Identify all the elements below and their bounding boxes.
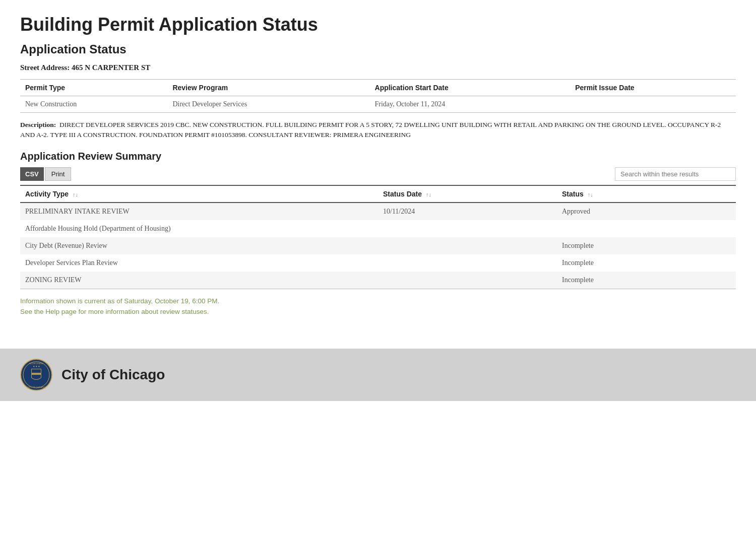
status-date-cell <box>378 272 557 289</box>
table-row: City Debt (Revenue) ReviewIncomplete <box>20 237 736 254</box>
street-address-value: 465 N CARPENTER ST <box>72 63 150 72</box>
help-page-link[interactable]: See the Help page for more information a… <box>20 308 209 315</box>
status-header[interactable]: Status ↑↓ <box>557 185 736 203</box>
activity-type-cell: PRELIMINARY INTAKE REVIEW <box>20 203 378 220</box>
table-row: Affordable Housing Hold (Department of H… <box>20 220 736 237</box>
info-lines: Information shown is current as of Satur… <box>20 297 736 315</box>
permit-type-cell: New Construction <box>20 96 167 113</box>
svg-rect-2 <box>32 373 41 375</box>
main-content: Building Permit Application Status Appli… <box>0 0 756 333</box>
status-sort-icon[interactable]: ↑↓ <box>588 191 593 197</box>
app-start-date-cell: Friday, October 11, 2024 <box>370 96 571 113</box>
toolbar-left: CSV Print <box>20 167 71 181</box>
status-date-cell: 10/11/2024 <box>378 203 557 220</box>
permit-info-table: Permit Type Review Program Application S… <box>20 79 736 113</box>
status-date-header[interactable]: Status Date ↑↓ <box>378 185 557 203</box>
search-input[interactable] <box>615 167 736 181</box>
description-label: Description: <box>20 121 56 128</box>
status-cell: Incomplete <box>557 237 736 254</box>
status-cell: Approved <box>557 203 736 220</box>
description-text: DIRECT DEVELOPER SERVICES 2019 CBC. NEW … <box>20 121 721 139</box>
svg-text:INCORPORATED: INCORPORATED <box>29 363 43 365</box>
permit-issue-date-cell <box>570 96 736 113</box>
activity-type-cell: City Debt (Revenue) Review <box>20 237 378 254</box>
app-start-date-header: Application Start Date <box>370 80 571 96</box>
activity-type-cell: ZONING REVIEW <box>20 272 378 289</box>
table-row: Developer Services Plan ReviewIncomplete <box>20 254 736 272</box>
review-summary-title: Application Review Summary <box>20 151 736 162</box>
section-title: Application Status <box>20 42 736 56</box>
description-block: Description: DIRECT DEVELOPER SERVICES 2… <box>20 120 736 141</box>
toolbar: CSV Print <box>20 167 736 181</box>
footer: ★ ★ ★ CITY OF CHICAGO INCORPORATED City … <box>0 349 756 401</box>
status-cell: Incomplete <box>557 254 736 272</box>
permit-issue-date-header: Permit Issue Date <box>570 80 736 96</box>
svg-text:★ ★ ★: ★ ★ ★ <box>33 365 41 368</box>
info-line-2: See the Help page for more information a… <box>20 308 736 315</box>
info-line-1: Information shown is current as of Satur… <box>20 297 736 305</box>
page-title: Building Permit Application Status <box>20 14 736 35</box>
print-button[interactable]: Print <box>45 167 72 181</box>
table-row: PRELIMINARY INTAKE REVIEW10/11/2024Appro… <box>20 203 736 220</box>
svg-text:CITY OF CHICAGO: CITY OF CHICAGO <box>27 386 45 388</box>
status-cell <box>557 220 736 237</box>
table-row: ZONING REVIEWIncomplete <box>20 272 736 289</box>
permit-row: New Construction Direct Developer Servic… <box>20 96 736 113</box>
activity-type-header[interactable]: Activity Type ↑↓ <box>20 185 378 203</box>
street-address-label: Street Address: <box>20 63 70 72</box>
review-table: Activity Type ↑↓ Status Date ↑↓ Status ↑… <box>20 185 736 289</box>
review-program-cell: Direct Developer Services <box>167 96 369 113</box>
activity-type-sort-icon[interactable]: ↑↓ <box>73 191 78 197</box>
activity-type-cell: Developer Services Plan Review <box>20 254 378 272</box>
permit-type-header: Permit Type <box>20 80 167 96</box>
street-address: Street Address: 465 N CARPENTER ST <box>20 63 736 72</box>
csv-button[interactable]: CSV <box>20 167 44 181</box>
status-date-cell <box>378 220 557 237</box>
status-date-cell <box>378 237 557 254</box>
footer-city-name: City of Chicago <box>61 367 165 383</box>
status-date-sort-icon[interactable]: ↑↓ <box>426 191 431 197</box>
activity-type-cell: Affordable Housing Hold (Department of H… <box>20 220 378 237</box>
status-cell: Incomplete <box>557 272 736 289</box>
city-seal-logo: ★ ★ ★ CITY OF CHICAGO INCORPORATED <box>20 359 52 391</box>
review-program-header: Review Program <box>167 80 369 96</box>
status-date-cell <box>378 254 557 272</box>
